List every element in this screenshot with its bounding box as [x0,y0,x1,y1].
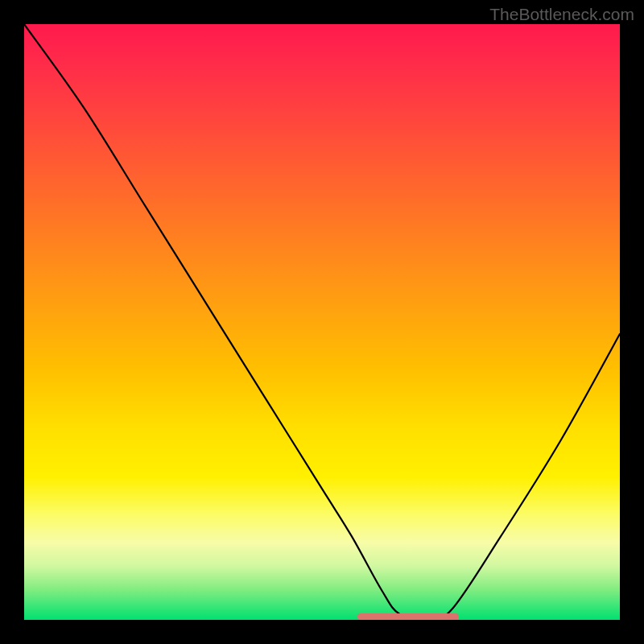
plot-area [24,24,620,620]
bottleneck-curve [24,24,620,620]
optimal-range-marker [357,613,459,620]
curve-svg [24,24,620,620]
watermark-text: TheBottleneck.com [489,5,634,24]
